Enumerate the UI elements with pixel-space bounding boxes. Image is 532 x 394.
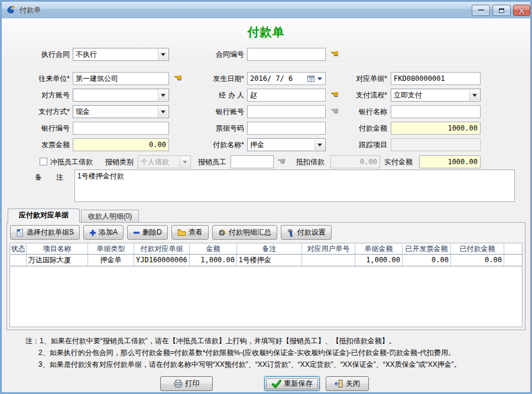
add-button[interactable]: 添加A (83, 225, 124, 240)
chevron-down-icon (180, 157, 190, 167)
pay-flow-label: 支付流程* (342, 89, 387, 102)
bank-name-label: 银行名称 (342, 105, 387, 118)
col-user-doc-no: 对应用户单号 (302, 243, 355, 254)
panel-toolbar: 选择付款单据S 添加A 删除D (10, 225, 332, 240)
focus-rect (266, 378, 318, 389)
expense-employee-field[interactable] (231, 155, 274, 168)
date-field[interactable]: 2016/ 7/ 6 (247, 72, 326, 85)
payment-summary-button[interactable]: 付款明细汇总 (212, 225, 277, 240)
contract-lookup-icon[interactable]: ☚ (330, 48, 339, 61)
exec-contract-value: 不执行 (76, 50, 97, 58)
partner-field[interactable]: 第一建筑公司 (73, 72, 169, 85)
close-form-button[interactable]: 关闭 (326, 376, 369, 391)
cell-status (10, 255, 27, 266)
col-project: 项目名称 (27, 243, 88, 254)
plus-icon (89, 229, 96, 236)
pay-method-value: 现金 (76, 108, 90, 116)
minimize-button[interactable] (472, 5, 490, 16)
close-icon (518, 8, 525, 14)
minimize-icon (478, 9, 484, 11)
folder-icon (177, 229, 186, 236)
hammer-icon (287, 229, 295, 237)
chevron-down-icon (158, 49, 168, 60)
cell-ref-doc: YJD160000006 (134, 255, 190, 266)
pay-amount-field[interactable]: 1000.00 (391, 122, 481, 135)
cell-paid-amount: 0.00 (451, 255, 504, 266)
view-label: 查看 (189, 227, 203, 237)
actual-amount-field[interactable]: 1000.00 (419, 155, 481, 168)
cell-remark: 1号楼押金 (237, 255, 302, 266)
tab-payable-docs[interactable]: 应付款对应单据 (8, 209, 80, 223)
invoice-amount-label: 发票金额 (14, 138, 70, 151)
bill-number-label: 票据号码 (197, 122, 244, 135)
pay-amount-label: 付款金额 (342, 122, 387, 135)
close-form-label: 关闭 (346, 379, 360, 389)
remark-textarea[interactable]: 1号楼押金付款 (74, 170, 515, 202)
divider (2, 64, 530, 64)
close-button[interactable] (513, 5, 530, 16)
bank-account-field[interactable] (247, 105, 326, 118)
handler-lookup-icon[interactable]: ☚ (330, 89, 339, 102)
bank-code-field[interactable] (73, 122, 169, 135)
app-logo-icon (6, 5, 16, 15)
date-label: 发生日期* (197, 72, 244, 85)
expense-employee-lookup-icon: ☚ (277, 155, 286, 168)
payment-settings-button[interactable]: 付款设置 (281, 225, 332, 240)
ref-doc-field[interactable]: FKD080000001 (391, 72, 481, 85)
payable-docs-panel: 选择付款单据S 添加A 删除D (7, 222, 525, 330)
col-amount: 金额 (190, 243, 237, 254)
cell-doc-type: 押金单 (88, 255, 134, 266)
payment-settings-label: 付款设置 (297, 227, 326, 237)
pay-name-value: 押金 (250, 141, 264, 149)
pay-name-select[interactable]: 押金 (247, 138, 326, 151)
notepad-icon (16, 229, 24, 237)
other-account-select[interactable] (73, 89, 169, 102)
calendar-icon (307, 75, 314, 82)
expense-category-label: 报销类别 (104, 155, 134, 168)
save-button[interactable]: 重新保存 (264, 376, 320, 391)
titlebar[interactable]: 付款单 (2, 2, 530, 18)
delete-label: 删除D (142, 227, 162, 237)
remark-label: 备 注 (35, 171, 72, 184)
exec-contract-label: 执行合同 (14, 48, 70, 61)
bill-number-field[interactable] (247, 122, 326, 135)
tracking-project-field (391, 138, 481, 151)
date-value: 2016/ 7/ 6 (250, 74, 293, 83)
note-line-3: 3、如果是付款没有对应付款单据，请在付款名称中写明“XX预付款”、“XX订货款”… (38, 360, 461, 370)
invoice-amount-field[interactable]: 0.00 (73, 138, 169, 151)
chevron-down-icon (158, 106, 168, 117)
bank-account-lookup-icon: ☚ (330, 105, 339, 118)
col-status: 状态 (10, 243, 27, 254)
expense-category-value: 个人借款 (141, 158, 169, 166)
exit-door-icon (335, 380, 343, 388)
maximize-button[interactable] (492, 5, 511, 16)
handler-label: 经 办 人 (197, 89, 244, 102)
col-remark: 备注 (237, 243, 302, 254)
delete-button[interactable]: 删除D (127, 225, 168, 240)
offset-loan-checkbox[interactable] (40, 158, 47, 165)
table-row[interactable]: 万达国际大厦 押金单 YJD160000006 1,000.00 1号楼押金 1… (10, 255, 522, 266)
pay-name-label: 付款名称* (197, 138, 244, 151)
contract-no-field[interactable] (247, 48, 326, 61)
bank-name-field[interactable] (391, 105, 481, 118)
pay-method-select[interactable]: 现金 (73, 105, 169, 118)
col-doc-amount: 单据金额 (355, 243, 403, 254)
chevron-down-icon (314, 139, 325, 150)
form-content: 付款单 执行合同 不执行 合同编号 ☚ 往来单位* 第一建筑公司 ☚ 发生日期*… (2, 18, 530, 392)
tab-payee-detail[interactable]: 收款人明细(0) (81, 210, 139, 222)
exec-contract-select[interactable]: 不执行 (73, 48, 169, 61)
loan-deduction-label: 抵扣借款 (294, 155, 325, 168)
col-invoiced-amount: 已开发票金额 (403, 243, 451, 254)
partner-label: 往来单位* (14, 72, 70, 85)
partner-lookup-icon[interactable]: ☚ (174, 72, 182, 85)
expense-category-select: 个人借款 (138, 155, 191, 168)
chevron-down-icon (317, 77, 322, 83)
pay-flow-select[interactable]: 立即支付 (391, 89, 481, 102)
handler-field[interactable]: 赵 (247, 89, 326, 102)
cell-amount: 1,000.00 (190, 255, 237, 266)
select-payment-docs-button[interactable]: 选择付款单据S (10, 225, 80, 240)
view-button[interactable]: 查看 (171, 225, 209, 240)
loan-deduction-field: 0.00 (330, 155, 380, 168)
print-button[interactable]: 打印 (160, 376, 213, 391)
payment-summary-label: 付款明细汇总 (229, 227, 271, 237)
